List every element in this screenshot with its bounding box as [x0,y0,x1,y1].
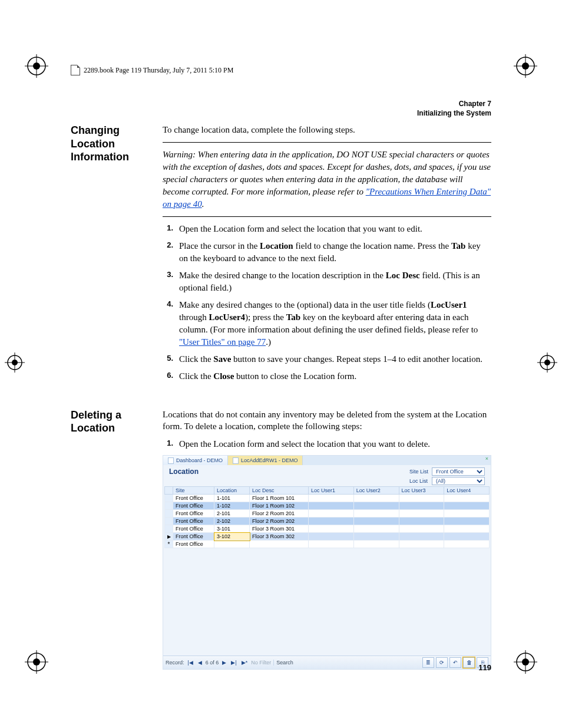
site-list-select[interactable]: Front Office [432,467,485,476]
form-icon [168,457,174,464]
cell-site[interactable]: Front Office [173,541,214,548]
toolbar-delete-icon[interactable]: 🗑 [463,657,475,668]
cell-site[interactable]: Front Office [173,502,214,510]
table-row[interactable]: Front Office3-101Floor 3 Room 301 [165,525,490,533]
step-item: 6.Click the Close button to close the Lo… [163,370,491,383]
cell-site[interactable]: Front Office [173,510,214,518]
location-form-screenshot: Dashboard - DEMOLocAddEdRW1 - DEMO × Loc… [163,455,491,670]
tab-strip: Dashboard - DEMOLocAddEdRW1 - DEMO × [163,456,491,465]
cell-site[interactable]: Front Office [173,525,214,533]
intro-text: Locations that do not contain any invent… [163,409,491,433]
tab[interactable]: Dashboard - DEMO [163,456,228,465]
toolbar-undo-icon[interactable]: ↶ [449,657,461,668]
crop-mark-icon [514,54,537,78]
cell-site[interactable]: Front Office [173,495,214,502]
cell-locdesc[interactable]: Floor 3 Room 302 [250,533,309,541]
column-header[interactable]: Loc User4 [444,487,490,495]
tab[interactable]: LocAddEdRW1 - DEMO [228,456,303,465]
cell-location[interactable]: 3-102 [214,533,250,541]
cell-site[interactable]: Front Office [173,533,214,541]
column-header[interactable]: Loc Desc [250,487,309,495]
cell-locdesc[interactable]: Floor 1 Room 102 [250,502,309,510]
step-item: 2.Place the cursor in the Location field… [163,240,491,265]
user-titles-link[interactable]: "User Titles" on page 77 [179,337,266,347]
nav-prev-button[interactable]: ◀ [197,660,203,666]
column-header[interactable]: Loc User2 [353,487,399,495]
column-header[interactable]: Location [214,487,250,495]
section-heading-deleting: Deleting a Location [71,409,147,670]
divider [163,142,491,143]
cell-location[interactable] [214,541,250,548]
crop-mark-icon [514,650,537,674]
step-item: 1.Open the Location form and select the … [163,223,491,235]
cell-location[interactable]: 2-102 [214,518,250,525]
nav-new-button[interactable]: ▶* [240,660,249,666]
crop-mark-icon [25,650,48,674]
cell-location[interactable]: 1-101 [214,495,250,502]
column-header[interactable]: Loc User1 [309,487,354,495]
framemaker-header: 2289.book Page 119 Thursday, July 7, 201… [71,65,491,75]
toolbar-refresh-icon[interactable]: ⟳ [436,657,448,668]
column-header[interactable]: Site [173,487,214,495]
step-item: 5.Click the Save button to save your cha… [163,353,491,365]
steps-list: 1.Open the Location form and select the … [163,223,491,383]
steps-list: 1. Open the Location form and select the… [163,438,491,450]
table-row[interactable]: Front Office3-102Floor 3 Room 302 [165,533,490,541]
cell-location[interactable]: 1-102 [214,502,250,510]
nav-first-button[interactable]: |◀ [187,660,194,666]
table-row[interactable]: Front Office2-102Floor 2 Room 202 [165,518,490,525]
search-label[interactable]: Search [273,660,293,666]
toolbar-list-icon[interactable]: ≣ [422,657,434,668]
page-icon [71,65,80,75]
form-icon [233,457,239,464]
loc-list-label: Loc List [409,478,428,484]
intro-text: To change location data, complete the fo… [163,124,491,136]
cell-location[interactable]: 2-101 [214,510,250,518]
site-list-label: Site List [409,469,428,475]
step-item: 4.Make any desired changes to the (optio… [163,299,491,348]
nav-next-button[interactable]: ▶ [221,660,227,666]
crop-mark-icon [5,353,25,373]
close-icon[interactable]: × [483,456,491,465]
cell-locdesc[interactable]: Floor 1 Room 101 [250,495,309,502]
cell-location[interactable]: 3-101 [214,525,250,533]
page-number: 119 [478,663,491,672]
cell-site[interactable]: Front Office [173,518,214,525]
cell-locdesc[interactable] [250,541,309,548]
record-position: 6 of 6 [206,660,219,666]
divider [163,216,491,217]
form-title: Location [169,467,199,476]
step-item: 3.Make the desired change to the locatio… [163,269,491,294]
no-filter-label: No Filter [251,660,271,666]
table-row[interactable]: Front Office1-101Floor 1 Room 101 [165,495,490,502]
section-heading-changing: Changing Location Information [71,124,147,387]
crop-mark-icon [25,54,48,78]
table-row[interactable]: Front Office2-101Floor 2 Room 201 [165,510,490,518]
table-row[interactable]: Front Office1-102Floor 1 Room 102 [165,502,490,510]
location-grid[interactable]: SiteLocationLoc DescLoc User1Loc User2Lo… [164,486,490,548]
warning-text: Warning: When entering data in the appli… [163,149,491,210]
cell-locdesc[interactable]: Floor 3 Room 301 [250,525,309,533]
chapter-header: Chapter 7 Initializing the System [71,99,491,118]
step-item: 1. Open the Location form and select the… [163,438,491,450]
column-header[interactable]: Loc User3 [399,487,444,495]
cell-locdesc[interactable]: Floor 2 Room 202 [250,518,309,525]
status-bar: Record: |◀ ◀ 6 of 6 ▶ ▶| ▶* No Filter Se… [163,655,491,669]
cell-locdesc[interactable]: Floor 2 Room 201 [250,510,309,518]
loc-list-select[interactable]: (All) [432,477,485,485]
header-text: 2289.book Page 119 Thursday, July 7, 201… [84,66,233,75]
crop-mark-icon [537,353,557,373]
table-row[interactable]: Front Office [165,541,490,548]
nav-last-button[interactable]: ▶| [230,660,237,666]
